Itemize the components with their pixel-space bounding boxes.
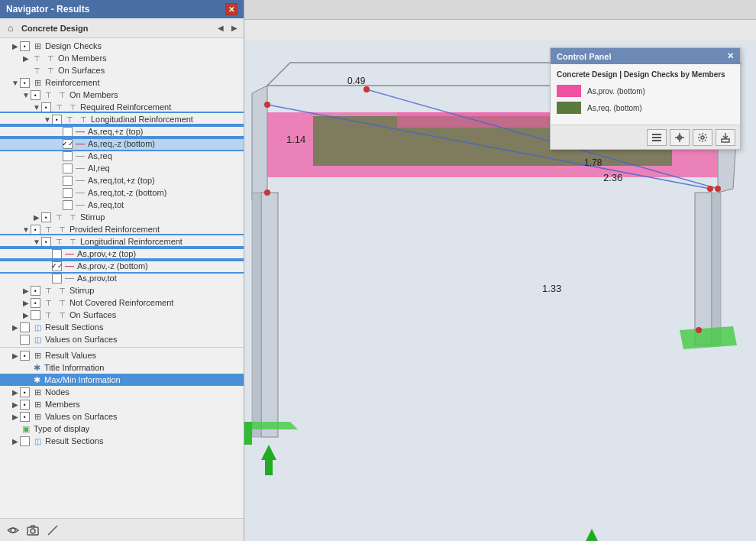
tree-item-as-prov-mz[interactable]: ✓ — As,prov,-z (bottom)	[0, 260, 244, 272]
tree-item-as-req-tot[interactable]: — As,req,tot	[0, 199, 244, 211]
cb-nodes[interactable]: ▪	[20, 387, 30, 397]
tree-item-prov-long-reinf[interactable]: ▼ ▪ ⊤ ⊤ Longitudinal Reinforcement	[0, 235, 244, 248]
cb-stirrup-prov[interactable]: ▪	[31, 286, 40, 296]
expand-rs2[interactable]: ▶	[11, 436, 20, 445]
tree-item-maxmin-info[interactable]: ✱ Max/Min Information	[0, 374, 244, 386]
prev-arrow[interactable]: ◀	[215, 22, 227, 34]
tree-item-long-reinf[interactable]: ▼ ▪ ⊤ ⊤ Longitudinal Reinforcement	[0, 113, 244, 125]
cb-values-on-surfaces[interactable]	[20, 335, 30, 345]
tree-item-provided-reinf[interactable]: ▼ ▪ ⊤ ⊤ Provided Reinforcement	[0, 223, 244, 235]
tree-item-nodes[interactable]: ▶ ▪ ⊞ Nodes	[0, 386, 244, 398]
tree-item-dc-members[interactable]: ▶ ⊤ ⊤ On Members	[0, 52, 244, 64]
view-canvas[interactable]: 0.49 1.14 1.78 2.36 1.33 Control Panel ✕	[244, 40, 756, 541]
expand-on-surfaces[interactable]: ▶	[21, 310, 31, 319]
cb-design-checks[interactable]: ▪	[20, 41, 30, 51]
tree-item-as-prov-pz[interactable]: — As,prov,+z (top)	[0, 248, 244, 260]
info-icon2: ✱	[31, 374, 43, 385]
tree-item-as-req-tot-mz[interactable]: — As,req,tot,-z (bottom)	[0, 186, 244, 199]
tree-item-values-surfaces2[interactable]: ▶ ▪ ⊞ Values on Surfaces	[0, 410, 244, 423]
cb-not-covered[interactable]: ▪	[31, 298, 40, 308]
cb-long-reinf[interactable]: ▪	[52, 115, 62, 125]
eye-button[interactable]	[5, 522, 21, 539]
cb-as-req-tot[interactable]	[63, 200, 73, 210]
tree-item-on-surfaces[interactable]: ▶ ⊤ ⊤ On Surfaces	[0, 309, 244, 321]
line-button[interactable]	[44, 522, 61, 539]
tree-item-as-req-pz[interactable]: — As,req,+z (top)	[0, 125, 244, 138]
tree-item-dc-surfaces[interactable]: ⊤ ⊤ On Surfaces	[0, 64, 244, 76]
tree-item-as-req[interactable]: — As,req	[0, 150, 244, 162]
cp-btn-export[interactable]	[716, 129, 735, 146]
expand-stirrup-prov[interactable]: ▶	[21, 286, 31, 295]
expand-req-reinf[interactable]: ▼	[32, 102, 41, 112]
tree-item-stirrup-prov[interactable]: ▶ ▪ ⊤ ⊤ Stirrup	[0, 284, 244, 296]
cb-as-tot-pz[interactable]	[63, 176, 73, 186]
cb-req-reinf[interactable]: ▪	[41, 102, 51, 112]
label-values-surfaces2: Values on Surfaces	[45, 412, 118, 421]
expand-reinf[interactable]: ▼	[11, 78, 20, 87]
expand-prov-reinf[interactable]: ▼	[21, 225, 31, 234]
dash-pink-icon3: —	[63, 248, 76, 259]
tree-item-required-reinf[interactable]: ▼ ▪ ⊤ ⊤ Required Reinforcement	[0, 101, 244, 113]
cb-rs2[interactable]	[20, 436, 30, 446]
dash-icon1: —	[74, 151, 86, 161]
cb-prov-reinf[interactable]: ▪	[31, 225, 40, 235]
cb-as-tot-mz[interactable]	[63, 188, 73, 198]
cp-btn-scale[interactable]	[670, 129, 690, 146]
close-button[interactable]: ✕	[225, 3, 237, 15]
cb-as-prov-tot[interactable]	[52, 274, 62, 283]
tree-item-result-sections2[interactable]: ▶ ◫ Result Sections	[0, 435, 244, 447]
cb-result-sections[interactable]	[20, 322, 30, 332]
expand-prov-long[interactable]: ▼	[32, 237, 41, 246]
nav-bottom-toolbar	[0, 518, 244, 541]
tree-item-al-req[interactable]: — Al,req	[0, 162, 244, 174]
cb-as-prov-mz[interactable]: ✓	[52, 261, 62, 271]
home-icon[interactable]: ⌂	[3, 21, 18, 36]
tree-item-result-values[interactable]: ▶ ▪ ⊞ Result Values	[0, 349, 244, 361]
tree-item-as-req-tot-pz[interactable]: — As,req,tot,+z (top)	[0, 174, 244, 186]
cb-reinf[interactable]: ▪	[20, 78, 30, 88]
cb-as-prov-pz[interactable]	[52, 249, 62, 259]
tree-item-as-req-mz[interactable]: ✓ — As,req,-z (bottom)	[0, 138, 244, 150]
cb-as-req-mz[interactable]: ✓	[63, 139, 73, 149]
expand-nodes[interactable]: ▶	[11, 387, 20, 397]
tree-item-on-members[interactable]: ▼ ▪ ⊤ ⊤ On Members	[0, 89, 244, 101]
cb-al-req[interactable]	[63, 164, 73, 173]
camera-button[interactable]	[24, 522, 41, 539]
cp-btn-settings[interactable]	[693, 129, 712, 146]
tree-item-members[interactable]: ▶ ▪ ⊞ Members	[0, 398, 244, 410]
tree-item-title-info[interactable]: ✱ Title Information	[0, 361, 244, 374]
cb-result-values[interactable]: ▪	[20, 351, 30, 361]
tree-item-type-display[interactable]: ▣ Type of display	[0, 423, 244, 435]
cb-as-req[interactable]	[63, 151, 73, 161]
expand-vs2[interactable]: ▶	[11, 412, 20, 421]
expand-result-sections[interactable]: ▶	[11, 322, 20, 332]
expand-result-values[interactable]: ▶	[11, 351, 20, 360]
tree-item-design-checks[interactable]: ▶ ▪ ⊞ Design Checks	[0, 40, 244, 52]
expand-members[interactable]: ▶	[11, 400, 20, 409]
cb-stirrup[interactable]: ▪	[41, 212, 51, 222]
tree-item-stirrup-req[interactable]: ▶ ▪ ⊤ ⊤ Stirrup	[0, 211, 244, 223]
svg-point-20	[363, 86, 370, 92]
cp-btn-list[interactable]	[647, 129, 667, 146]
cb-as-req-pz[interactable]	[63, 127, 73, 137]
tree-item-reinforcement[interactable]: ▼ ▪ ⊞ Reinforcement	[0, 76, 244, 89]
tree-item-not-covered[interactable]: ▶ ▪ ⊤ ⊤ Not Covered Reinforcement	[0, 296, 244, 309]
expand-on-members[interactable]: ▼	[21, 90, 31, 99]
cb-prov-long[interactable]: ▪	[41, 237, 51, 247]
label-as-req-pz: As,req,+z (top)	[88, 127, 143, 136]
expand-design-checks[interactable]: ▶	[11, 41, 20, 50]
cb-on-surfaces[interactable]	[31, 310, 40, 320]
tree-item-result-sections[interactable]: ▶ ◫ Result Sections	[0, 321, 244, 333]
cb-members[interactable]: ▪	[20, 400, 30, 410]
expand-dc-members[interactable]: ▶	[21, 53, 31, 63]
tree-item-values-on-surfaces[interactable]: ◫ Values on Surfaces	[0, 333, 244, 345]
next-arrow[interactable]: ▶	[228, 22, 241, 34]
tree-item-as-prov-tot[interactable]: — As,prov,tot	[0, 272, 244, 284]
expand-not-covered[interactable]: ▶	[21, 298, 31, 307]
cb-vs2[interactable]: ▪	[20, 412, 30, 422]
cb-on-members[interactable]: ▪	[31, 90, 40, 100]
label-as-tot-pz: As,req,tot,+z (top)	[88, 176, 155, 185]
expand-stirrup[interactable]: ▶	[32, 212, 41, 222]
cp-close-icon[interactable]: ✕	[727, 51, 734, 61]
expand-long-reinf[interactable]: ▼	[43, 115, 52, 124]
